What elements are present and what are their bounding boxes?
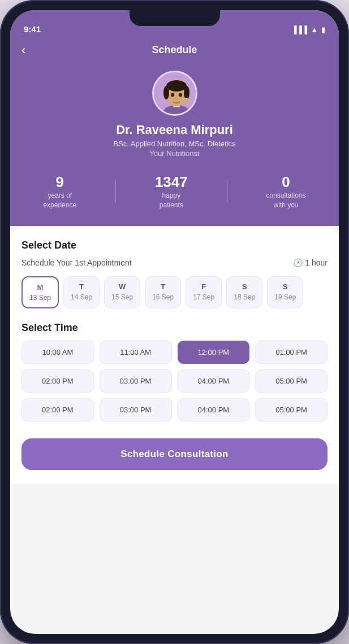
date-num-1: 14 Sep bbox=[71, 293, 92, 301]
doctor-credentials: BSc. Applied Nutrition, MSc. Dietetics bbox=[113, 140, 235, 148]
stat-experience-value: 9 bbox=[56, 173, 64, 191]
date-item-6[interactable]: S 19 Sep bbox=[267, 276, 303, 308]
date-num-5: 18 Sep bbox=[234, 293, 255, 301]
select-time-title: Select Time bbox=[21, 322, 328, 334]
time-item-1[interactable]: 11:00 AM bbox=[100, 341, 172, 364]
date-item-5[interactable]: S 18 Sep bbox=[226, 276, 262, 308]
header: ‹ Schedule bbox=[10, 38, 339, 65]
stat-consultations-label: consultationswith you bbox=[266, 191, 306, 210]
date-item-4[interactable]: F 17 Sep bbox=[186, 276, 222, 308]
time-item-6[interactable]: 04:00 PM bbox=[178, 369, 250, 393]
duration-badge: 🕐 1 hour bbox=[293, 258, 328, 267]
signal-icon: ▐▐▐ bbox=[291, 25, 307, 34]
wifi-icon: ▲ bbox=[311, 25, 318, 34]
select-date-title: Select Date bbox=[21, 240, 328, 251]
stat-patients-value: 1347 bbox=[155, 173, 188, 191]
stat-consultations: 0 consultationswith you bbox=[266, 173, 306, 210]
date-num-4: 17 Sep bbox=[193, 293, 214, 301]
time-item-8[interactable]: 02:00 PM bbox=[21, 398, 94, 421]
time-item-9[interactable]: 03:00 PM bbox=[100, 398, 172, 421]
date-item-0[interactable]: M 13 Sep bbox=[21, 276, 59, 308]
time-item-2[interactable]: 12:00 PM bbox=[178, 341, 250, 364]
time-item-5[interactable]: 03:00 PM bbox=[100, 369, 172, 393]
date-num-2: 15 Sep bbox=[111, 293, 133, 301]
appointment-info: Schedule Your 1st Appointment 🕐 1 hour bbox=[21, 258, 328, 267]
appointment-label: Schedule Your 1st Appointment bbox=[21, 258, 132, 267]
time-item-4[interactable]: 02:00 PM bbox=[21, 369, 94, 393]
profile-section: Dr. Raveena Mirpuri BSc. Applied Nutriti… bbox=[10, 65, 339, 226]
phone-screen: 9:41 ▐▐▐ ▲ ▮ ‹ Schedule bbox=[10, 10, 339, 634]
date-num-3: 16 Sep bbox=[152, 293, 174, 301]
date-item-3[interactable]: T 16 Sep bbox=[145, 276, 181, 308]
date-day-2: W bbox=[119, 282, 126, 291]
phone-frame: 9:41 ▐▐▐ ▲ ▮ ‹ Schedule bbox=[0, 0, 349, 644]
date-day-3: T bbox=[161, 282, 165, 291]
date-day-1: T bbox=[79, 282, 84, 291]
time-item-11[interactable]: 05:00 PM bbox=[255, 398, 328, 421]
content-area: Select Date Schedule Your 1st Appointmen… bbox=[10, 226, 339, 484]
stat-divider-1 bbox=[115, 180, 116, 203]
date-day-4: F bbox=[201, 282, 206, 291]
date-item-1[interactable]: T 14 Sep bbox=[63, 276, 100, 308]
date-item-2[interactable]: W 15 Sep bbox=[104, 276, 140, 308]
stat-consultations-value: 0 bbox=[282, 173, 290, 191]
date-day-6: S bbox=[283, 282, 288, 291]
svg-point-7 bbox=[171, 93, 174, 97]
time-item-0[interactable]: 10:00 AM bbox=[21, 341, 94, 364]
svg-point-4 bbox=[166, 80, 187, 92]
svg-point-8 bbox=[179, 93, 182, 97]
svg-point-5 bbox=[163, 86, 169, 99]
status-icons: ▐▐▐ ▲ ▮ bbox=[291, 25, 325, 34]
svg-point-9 bbox=[175, 98, 178, 100]
time-grid: 10:00 AM 11:00 AM 12:00 PM 01:00 PM 02:0… bbox=[21, 341, 328, 421]
time-item-7[interactable]: 05:00 PM bbox=[255, 369, 328, 393]
notch bbox=[130, 10, 220, 26]
status-time: 9:41 bbox=[24, 24, 41, 34]
date-num-0: 13 Sep bbox=[29, 294, 51, 302]
stat-experience: 9 years ofexperience bbox=[43, 173, 76, 210]
battery-icon: ▮ bbox=[321, 25, 325, 34]
clock-icon: 🕐 bbox=[293, 258, 303, 267]
schedule-consultation-button[interactable]: Schedule Consultation bbox=[21, 438, 328, 470]
stat-patients: 1347 happypatients bbox=[155, 173, 188, 210]
time-item-10[interactable]: 04:00 PM bbox=[178, 398, 250, 421]
duration-text: 1 hour bbox=[305, 258, 328, 267]
time-item-3[interactable]: 01:00 PM bbox=[255, 341, 328, 364]
avatar bbox=[152, 71, 197, 116]
svg-point-10 bbox=[182, 98, 189, 103]
stat-patients-label: happypatients bbox=[160, 191, 183, 210]
svg-point-6 bbox=[184, 86, 189, 99]
date-selector: M 13 Sep T 14 Sep W 15 Sep T 16 Sep F bbox=[21, 276, 328, 308]
date-day-5: S bbox=[242, 282, 247, 291]
date-day-0: M bbox=[37, 283, 44, 291]
header-title: Schedule bbox=[152, 44, 197, 56]
stat-divider-2 bbox=[227, 180, 227, 203]
stats-row: 9 years ofexperience 1347 happypatients … bbox=[24, 169, 325, 210]
back-button[interactable]: ‹ bbox=[21, 43, 25, 58]
date-num-6: 19 Sep bbox=[274, 293, 296, 301]
doctor-name: Dr. Raveena Mirpuri bbox=[116, 123, 233, 137]
doctor-role: Your Nutritionst bbox=[149, 149, 199, 158]
stat-experience-label: years ofexperience bbox=[43, 191, 76, 210]
